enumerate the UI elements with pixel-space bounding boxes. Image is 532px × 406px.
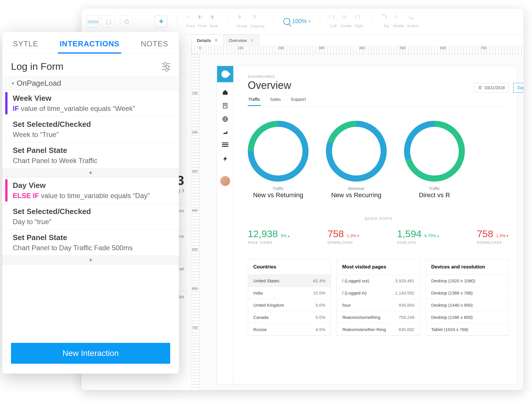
close-icon[interactable]: ✕ [250,38,254,43]
align-middle-button[interactable]: ▯Middle [393,14,404,28]
table-row[interactable]: /features/another-thing635,682 [337,323,419,336]
ungroup-button[interactable]: ⊟Ungroup [250,14,265,28]
breadcrumb: DASHBOARDS [248,75,509,79]
new-interaction-button[interactable]: New Interaction [11,343,170,364]
document-icon[interactable] [222,103,228,109]
action-title: Set Panel State [13,233,172,242]
table-row[interactable]: Desktop (1366 x 768) [426,287,509,299]
donut-category: Traffic [429,186,440,191]
stat-value: 758 [477,228,493,239]
subtab-sales[interactable]: Sales [269,97,282,106]
action-description: Week to “True” [13,131,172,139]
point-button[interactable]: ⤡Point [186,14,195,28]
table-row[interactable]: / (Logged in)1,143,592 [337,287,419,299]
donut-title: Direct vs R [419,191,450,199]
align-left-button[interactable]: ▏▯Left [329,14,337,28]
table-row[interactable]: United Kingdom5.0% [248,299,331,311]
chevron-down-icon: ▾ [309,19,311,23]
panel-tab-interactions[interactable]: INTERACTIONS [58,36,121,54]
select-single-button[interactable]: ▢ [102,15,115,28]
action-title: Set Selected/Checked [13,207,172,216]
action-item[interactable]: Set Panel State Chart Panel to Day Traff… [2,230,179,256]
stat-block: 7581.3% DOWNLOADS [327,228,359,245]
file-tab-overview[interactable]: Overview✕ [223,34,259,46]
date-input[interactable]: 🗓03/21/2018 [474,83,509,93]
stat-value: 758 [327,228,344,239]
home-icon[interactable] [222,89,228,96]
add-action-button[interactable]: + [2,169,179,178]
stat-block: 12,9385% PAGE VIEWS [248,228,290,245]
panel-tab-notes[interactable]: NOTES [139,36,170,54]
table-row[interactable]: / (Logged out)3,929,481 [337,275,419,287]
zoom-control[interactable]: 100% ▾ [283,18,311,25]
panel-tab-style[interactable]: SYTLE [11,36,40,54]
action-item[interactable]: Day View ELSE IF value to time_variable … [2,178,179,204]
donut-title: New vs Returning [253,191,303,199]
table-row[interactable]: Canada5.0% [248,311,331,323]
interactions-panel: SYTLE INTERACTIONS NOTES Log in Form ▼ O… [2,32,179,374]
globe-icon[interactable] [222,116,228,122]
action-item[interactable]: Set Selected/Checked Day to “true” [2,204,179,230]
action-title: Day View [13,181,172,190]
panel-tab-row: SYTLE INTERACTIONS NOTES [2,32,179,54]
chart-icon[interactable] [222,129,228,136]
action-item[interactable]: Set Selected/Checked Week to “True” [2,116,179,142]
donut-category: Traffic [273,186,284,191]
table-row[interactable]: Tablet (1024 x 768) [426,323,509,336]
action-item[interactable]: Set Panel State Chart Panel to Week Traf… [2,142,179,169]
table-row[interactable]: Desktop (1280 x 800) [426,311,509,323]
action-description: ELSE IF value to time_variable equals “D… [13,192,172,200]
lightning-icon[interactable] [222,156,228,162]
action-description: Chart Panel to Week Traffic [13,157,172,165]
action-description: Chart Panel to Day Traffic Fade 500ms [13,244,172,252]
close-icon[interactable]: ✕ [214,38,218,43]
stat-label: DOWNLOADS [477,241,509,245]
table-row[interactable]: Desktop (1440 x 900) [426,299,509,311]
quick-stats-heading: QUICK STATS [248,216,509,221]
pages-table: Most visited pages / (Logged out)3,929,4… [337,259,420,336]
calendar-icon: 🗓 [478,85,482,90]
dashboard-logo[interactable] [217,66,233,82]
design-canvas[interactable]: DASHBOARDS Overview 🗓03/21/2018 Day Traf… [199,54,524,390]
action-title: Week View [13,94,172,103]
avatar[interactable] [220,176,230,186]
stat-delta: 1.3% [347,233,359,238]
stat-value: 12,938 [248,228,278,239]
stat-delta: 5% [281,233,290,238]
table-row[interactable]: /features/something759,249 [337,311,419,323]
stat-label: PAGE VIEWS [248,241,290,245]
list-icon[interactable] [222,142,228,149]
action-title: Set Panel State [13,146,172,155]
leaf-icon [220,69,230,80]
align-top-button[interactable]: ▔▯Top [382,14,390,28]
subtab-traffic[interactable]: Traffic [248,97,261,106]
action-title: Set Selected/Checked [13,120,172,129]
file-tab-details[interactable]: Details✕ [191,34,223,46]
day-filter-button[interactable]: Day [513,83,524,93]
select-connected-button[interactable]: ▭▭ [87,15,99,28]
align-bottom-button[interactable]: ▯▁Bottom [407,14,419,28]
canvas-area: 100200300400500600700 [191,54,524,390]
add-element-button[interactable]: + [155,15,168,28]
settings-sliders-icon[interactable] [162,63,170,71]
subtab-support[interactable]: Support [290,97,307,106]
event-row[interactable]: ▼ OnPageLoad [2,76,179,90]
back-button[interactable]: ▯▮Back [210,14,218,28]
hierarchy-button[interactable]: ⌬ [120,15,133,28]
add-action-button[interactable]: + [2,256,179,265]
table-row[interactable]: United States62.4% [248,275,331,287]
table-row[interactable]: /tour935,893 [337,299,419,311]
donut-chart: Traffic Direct vs R [404,121,465,199]
front-button[interactable]: ▮▯Front [198,14,207,28]
table-row[interactable]: Desktop (1920 x 1080) [426,275,509,287]
align-right-button[interactable]: ▯▕Right [355,14,363,28]
table-row[interactable]: Russia4.5% [248,323,331,336]
widget-name: Log in Form [11,61,63,72]
table-row[interactable]: India15.0% [248,287,331,299]
horizontal-ruler: 0100200300400500600700 [191,46,524,54]
align-center-button[interactable]: ▯▯Center [340,14,352,28]
group-button[interactable]: ⊞Group [237,14,247,28]
donut-chart: Revenue New vs Recurring [326,121,387,199]
action-item[interactable]: Week View IF value of time_variable equa… [2,90,179,116]
dashboard-sidebar [217,66,233,390]
